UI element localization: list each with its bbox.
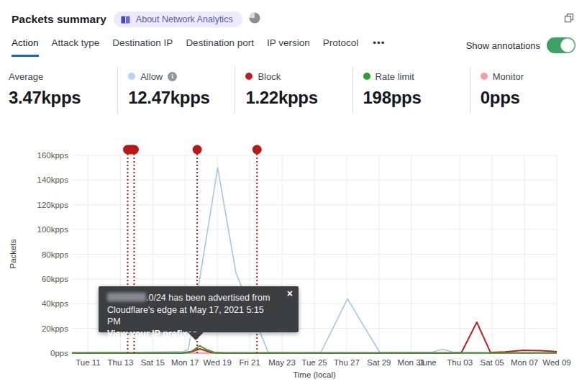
stat-monitor: Monitor 0pps xyxy=(470,67,587,114)
annotation-dot-marker xyxy=(252,145,262,155)
x-tick-label: Fri 21 xyxy=(239,358,260,367)
x-tick-label: Wed 09 xyxy=(542,358,570,367)
annotation-dot-marker xyxy=(193,145,202,155)
y-tick-label: 0pps xyxy=(50,349,68,357)
stat-value: 0pps xyxy=(481,88,581,108)
header: Packets summary About Network Analytics xyxy=(0,0,587,30)
stat-label: Rate limit xyxy=(376,71,414,82)
series-rate-limit xyxy=(72,346,557,353)
stat-label: Block xyxy=(258,71,281,82)
x-tick-label: Thu 13 xyxy=(107,358,133,367)
stat-value: 3.47kpps xyxy=(9,88,112,108)
x-tick-label: Wed 19 xyxy=(203,358,231,367)
stat-value: 198pps xyxy=(363,88,464,108)
stat-label: Monitor xyxy=(493,71,524,82)
block-series-dot xyxy=(245,73,252,80)
x-tick-label: Sat 29 xyxy=(367,358,391,367)
about-badge-label: About Network Analytics xyxy=(136,14,233,24)
tab-destination-ip[interactable]: Destination IP xyxy=(112,37,173,57)
x-tick-label: Tue 11 xyxy=(76,358,101,367)
y-tick-label: 160kpps xyxy=(37,151,69,160)
about-network-analytics-badge[interactable]: About Network Analytics xyxy=(114,12,242,27)
y-tick-label: 140kpps xyxy=(37,176,69,184)
tab-bar: Action Attack type Destination IP Destin… xyxy=(0,30,587,57)
y-tick-label: 120kpps xyxy=(37,201,69,209)
x-tick-label: May 23 xyxy=(268,358,296,367)
show-annotations-label: Show annotations xyxy=(466,40,540,51)
restore-window-icon[interactable] xyxy=(563,12,575,27)
network-analytics-panel: Packets summary About Network Analytics xyxy=(0,0,587,392)
x-tick-label: Tue 25 xyxy=(301,358,327,367)
x-tick-label: Thu 27 xyxy=(334,358,360,367)
stat-average: Average 3.47kpps xyxy=(0,67,117,114)
more-tabs-button[interactable]: ••• xyxy=(371,37,386,57)
info-icon[interactable]: i xyxy=(168,72,177,81)
x-axis-title: Time (local) xyxy=(293,370,336,379)
book-icon xyxy=(120,15,131,24)
x-tick-label: Mon 17 xyxy=(171,358,199,367)
stat-label: Allow xyxy=(140,71,163,82)
stats-row: Average 3.47kpps Allow i 12.47kpps Block… xyxy=(0,67,587,114)
x-tick-label: Mon 31 xyxy=(398,358,425,367)
close-icon[interactable]: × xyxy=(287,288,293,298)
monitor-series-dot xyxy=(481,73,488,80)
tooltip-caret xyxy=(188,332,204,340)
view-ip-prefixes-link[interactable]: View your IP prefixes xyxy=(107,329,197,339)
stat-block: Block 1.22kpps xyxy=(235,67,352,114)
tab-attack-type[interactable]: Attack type xyxy=(52,37,100,57)
show-annotations-control: Show annotations xyxy=(466,37,575,53)
rate-limit-series-dot xyxy=(363,73,370,80)
tooltip-line1: .0/24 has been advertised from xyxy=(107,292,280,304)
x-tick-label: Sat 05 xyxy=(481,358,504,367)
stat-allow: Allow i 12.47kpps xyxy=(117,67,235,114)
packets-chart: 0pps20kpps40kpps60kpps80kpps100kpps120kp… xyxy=(0,0,587,392)
stat-rate-limit: Rate limit 198pps xyxy=(352,67,470,114)
pie-chart-icon xyxy=(249,12,260,27)
stat-label: Average xyxy=(9,71,43,82)
y-tick-label: 80kpps xyxy=(42,250,68,259)
annotations-toggle[interactable] xyxy=(547,37,575,53)
y-tick-label: 20kpps xyxy=(42,324,68,333)
y-tick-label: 60kpps xyxy=(42,275,68,283)
tooltip-line2: Cloudflare's edge at May 17, 2021 5:15 P… xyxy=(107,304,280,328)
annotation-tooltip: × .0/24 has been advertised from Cloudfl… xyxy=(99,286,299,332)
x-tick-label: June xyxy=(419,358,437,367)
stat-value: 12.47kpps xyxy=(128,88,229,108)
y-axis-title: Packets xyxy=(9,239,17,268)
tab-protocol[interactable]: Protocol xyxy=(323,37,359,57)
masked-ip-prefix xyxy=(107,293,146,301)
y-tick-label: 100kpps xyxy=(37,225,69,234)
allow-series-dot xyxy=(128,73,135,80)
tab-destination-port[interactable]: Destination port xyxy=(186,37,254,57)
stat-value: 1.22kpps xyxy=(245,88,346,108)
annotation-pill-marker xyxy=(123,145,139,155)
x-tick-label: Thu 03 xyxy=(447,358,473,367)
toggle-knob xyxy=(560,38,575,53)
x-tick-label: Mon 07 xyxy=(511,358,538,367)
tab-action[interactable]: Action xyxy=(12,37,39,57)
tabs: Action Attack type Destination IP Destin… xyxy=(12,37,386,57)
page-title: Packets summary xyxy=(12,13,106,26)
x-tick-label: Sat 15 xyxy=(141,358,165,367)
tab-ip-version[interactable]: IP version xyxy=(267,37,310,57)
y-tick-label: 40kpps xyxy=(42,299,68,308)
